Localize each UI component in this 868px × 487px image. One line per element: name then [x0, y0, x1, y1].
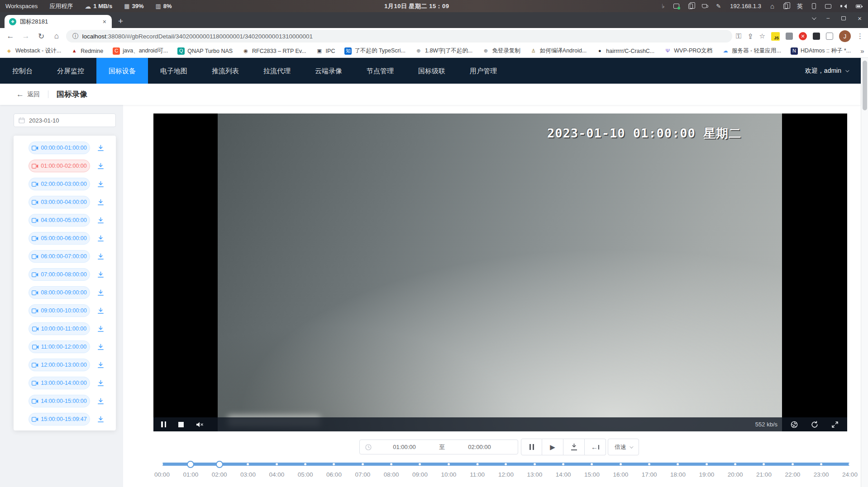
bookmark-item[interactable]: ◉ RFC2833 – RTP Ev...: [242, 47, 306, 55]
nav-menu-item[interactable]: 国标设备: [96, 58, 148, 84]
segment-play-button[interactable]: 15:00:00-15:09:47: [29, 413, 90, 426]
segment-play-button[interactable]: 01:00:00-02:00:00: [29, 160, 90, 172]
window-restore-button[interactable]: [841, 16, 846, 20]
segment-play-button[interactable]: 03:00:00-04:00:00: [29, 196, 90, 208]
segment-download-button[interactable]: [97, 307, 105, 315]
applications-button[interactable]: 应用程序: [49, 2, 73, 10]
tray-windows-icon[interactable]: [783, 4, 788, 9]
segment-play-button[interactable]: 04:00:00-05:00:00: [29, 214, 90, 227]
nav-menu-item[interactable]: 节点管理: [354, 58, 406, 84]
video-stop-button[interactable]: [178, 422, 184, 427]
bookmark-item[interactable]: ● hairrrrr/C-CrashC...: [596, 47, 654, 55]
browser-tab[interactable]: ❖ 国标28181 ×: [5, 15, 112, 28]
browser-reload-button[interactable]: ↻: [35, 30, 47, 42]
segment-download-button[interactable]: [97, 325, 105, 333]
segment-download-button[interactable]: [97, 144, 105, 152]
segment-play-button[interactable]: 02:00:00-03:00:00: [29, 178, 90, 190]
browser-forward-button[interactable]: →: [20, 30, 32, 42]
timeline-handle[interactable]: [216, 461, 223, 468]
share-icon[interactable]: ⇪: [747, 32, 753, 41]
start-time-input[interactable]: 01:00:00: [372, 444, 437, 450]
nav-menu-item[interactable]: 云端录像: [303, 58, 354, 84]
profile-avatar[interactable]: J: [839, 30, 851, 42]
tray-app-online-icon[interactable]: [673, 4, 679, 9]
tray-input-method[interactable]: 英: [797, 2, 803, 10]
browser-menu-button[interactable]: ⋮: [857, 32, 863, 40]
nav-menu-item[interactable]: 拉流代理: [251, 58, 303, 84]
window-minimize-button[interactable]: –: [827, 15, 830, 21]
date-picker-input[interactable]: 2023-01-10: [14, 113, 116, 127]
tray-battery-icon[interactable]: [856, 5, 862, 8]
video-pause-button[interactable]: [161, 421, 166, 427]
tray-pencil-icon[interactable]: ✎: [716, 3, 721, 9]
segment-play-button[interactable]: 07:00:00-08:00:00: [29, 268, 90, 281]
segment-play-button[interactable]: 08:00:00-09:00:00: [29, 286, 90, 299]
segment-play-button[interactable]: 00:00:00-01:00:00: [29, 142, 90, 154]
segment-download-button[interactable]: [97, 416, 105, 423]
bookmark-item[interactable]: ☁ 服务器 - 轻量应用...: [722, 47, 781, 55]
nav-menu-item[interactable]: 电子地图: [148, 58, 200, 84]
segment-download-button[interactable]: [97, 397, 105, 405]
back-button[interactable]: ← 返回: [16, 90, 40, 99]
bookmarks-overflow-button[interactable]: »: [860, 47, 864, 55]
tray-display-icon[interactable]: [825, 4, 831, 9]
nav-menu-item[interactable]: 用户管理: [458, 58, 509, 84]
tray-tablet-icon[interactable]: [812, 3, 816, 9]
segment-play-button[interactable]: 14:00:00-15:00:00: [29, 395, 90, 407]
timeline-slider[interactable]: 00:00 01:00 02:00 03:00: [162, 459, 850, 484]
nav-menu-item[interactable]: 国标级联: [406, 58, 458, 84]
bookmark-item[interactable]: Ψ WVP-PRO文档: [664, 47, 712, 55]
bookmark-item[interactable]: Q QNAP Turbo NAS: [177, 47, 233, 55]
segment-play-button[interactable]: 12:00:00-13:00:00: [29, 359, 90, 371]
tray-home-icon[interactable]: ⌂: [770, 3, 774, 9]
segment-play-button[interactable]: 11:00:00-12:00:00: [29, 340, 90, 353]
site-info-icon[interactable]: ⓘ: [72, 32, 79, 40]
tray-clipboard-icon[interactable]: [688, 4, 693, 9]
refresh-button[interactable]: [811, 421, 818, 428]
extension-js-icon[interactable]: JS: [771, 32, 780, 41]
nav-menu-item[interactable]: 分屏监控: [45, 58, 96, 84]
segment-download-button[interactable]: [97, 289, 105, 297]
segment-download-button[interactable]: [97, 361, 105, 369]
segment-download-button[interactable]: [97, 343, 105, 351]
system-clock[interactable]: 1月10日 星期二 15：09: [172, 2, 662, 10]
segment-download-button[interactable]: [97, 271, 105, 279]
segment-download-button[interactable]: [97, 253, 105, 260]
scrollbar-thumb[interactable]: [863, 61, 867, 110]
fullscreen-button[interactable]: [831, 421, 839, 428]
extension-dark-icon[interactable]: [813, 33, 820, 40]
bookmark-item[interactable]: ▣ IPC: [316, 47, 335, 55]
new-tab-button[interactable]: +: [118, 16, 123, 26]
segment-download-button[interactable]: [97, 235, 105, 242]
tray-flat-icon[interactable]: ♭: [662, 3, 664, 9]
browser-back-button[interactable]: ←: [5, 30, 16, 42]
segment-download-button[interactable]: [97, 199, 105, 206]
bookmark-item[interactable]: ▲ Redmine: [71, 47, 103, 55]
bookmark-item[interactable]: ◈ Webstack - 设计...: [5, 47, 61, 55]
timeline-handle[interactable]: [187, 461, 194, 468]
bookmark-item[interactable]: 知 了不起的 TypeScri...: [344, 47, 405, 55]
end-time-input[interactable]: 02:00:00: [447, 444, 512, 450]
workspaces-button[interactable]: Workspaces: [5, 3, 38, 9]
skip-back-button[interactable]: ←: [585, 439, 606, 455]
nav-menu-item[interactable]: 推流列表: [200, 58, 251, 84]
extension-gray-icon[interactable]: [786, 33, 793, 40]
segment-download-button[interactable]: [97, 217, 105, 224]
segment-play-button[interactable]: 09:00:00-10:00:00: [29, 304, 90, 317]
bookmark-item[interactable]: ⊕ 免登录复制: [482, 47, 520, 55]
bookmark-item[interactable]: C java、android可...: [113, 47, 168, 55]
user-menu[interactable]: 欢迎，admin: [805, 67, 861, 75]
bookmark-item[interactable]: ⊕ 1.8W字|了不起的...: [415, 47, 472, 55]
segment-download-button[interactable]: [97, 379, 105, 387]
segment-play-button[interactable]: 05:00:00-06:00:00: [29, 232, 90, 245]
password-key-icon[interactable]: ⚿: [736, 32, 741, 40]
tab-close-button[interactable]: ×: [102, 18, 107, 25]
segment-download-button[interactable]: [97, 180, 105, 188]
segment-play-button[interactable]: 10:00:00-11:00:00: [29, 322, 90, 335]
bookmark-item[interactable]: N HDAtmos :: 种子 *...: [791, 47, 851, 55]
segment-download-button[interactable]: [97, 162, 105, 170]
segment-play-button[interactable]: 06:00:00-07:00:00: [29, 250, 90, 263]
pause-button[interactable]: [521, 439, 542, 455]
bookmark-star-icon[interactable]: ☆: [759, 32, 765, 40]
extension-page-icon[interactable]: [826, 33, 833, 40]
